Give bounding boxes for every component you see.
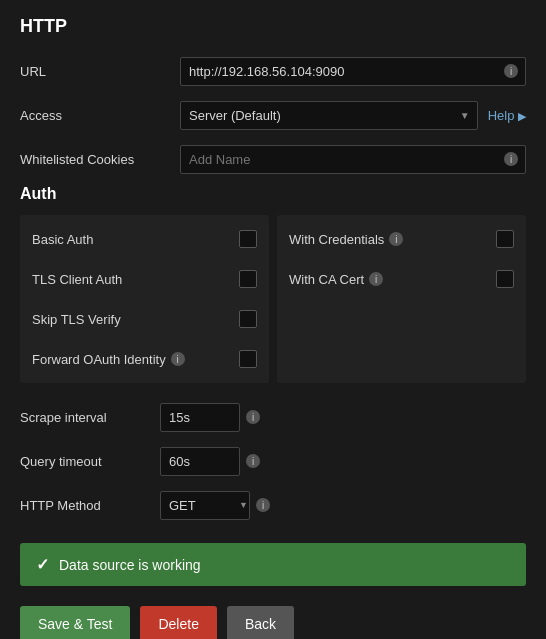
- back-button[interactable]: Back: [227, 606, 294, 639]
- query-timeout-input[interactable]: [160, 447, 240, 476]
- with-credentials-info-icon[interactable]: i: [389, 232, 403, 246]
- scrape-interval-input[interactable]: [160, 403, 240, 432]
- access-select[interactable]: Server (Default): [180, 101, 478, 130]
- forward-oauth-checkbox[interactable]: [239, 350, 257, 368]
- scrape-interval-label: Scrape interval: [20, 410, 160, 425]
- basic-auth-label: Basic Auth: [32, 232, 93, 247]
- http-method-select[interactable]: GET POST: [160, 491, 250, 520]
- basic-auth-row: Basic Auth: [20, 219, 269, 259]
- scrape-interval-info-icon[interactable]: i: [246, 410, 260, 424]
- auth-grid: Basic Auth TLS Client Auth Skip TLS Veri…: [20, 215, 526, 383]
- with-ca-cert-info-icon[interactable]: i: [369, 272, 383, 286]
- skip-tls-verify-checkbox[interactable]: [239, 310, 257, 328]
- http-method-input-wrap: GET POST ▼ i: [160, 491, 270, 520]
- forward-oauth-info-icon[interactable]: i: [171, 352, 185, 366]
- url-control: i: [180, 57, 526, 86]
- status-check-icon: ✓: [36, 555, 49, 574]
- with-credentials-label: With Credentials i: [289, 232, 403, 247]
- url-input-wrapper: i: [180, 57, 526, 86]
- auth-left-col: Basic Auth TLS Client Auth Skip TLS Veri…: [20, 215, 269, 383]
- auth-right-col: With Credentials i With CA Cert i: [277, 215, 526, 383]
- whitelisted-cookies-label: Whitelisted Cookies: [20, 152, 180, 167]
- help-arrow-icon: ▶: [518, 110, 526, 122]
- auth-title: Auth: [20, 185, 526, 203]
- forward-oauth-label: Forward OAuth Identity i: [32, 352, 185, 367]
- query-timeout-info-icon[interactable]: i: [246, 454, 260, 468]
- bottom-buttons: Save & Test Delete Back: [20, 606, 526, 639]
- skip-tls-verify-row: Skip TLS Verify: [20, 299, 269, 339]
- delete-button[interactable]: Delete: [140, 606, 216, 639]
- with-ca-cert-checkbox[interactable]: [496, 270, 514, 288]
- whitelisted-cookies-wrapper: i: [180, 145, 526, 174]
- tls-client-auth-checkbox[interactable]: [239, 270, 257, 288]
- url-row: URL i: [20, 53, 526, 89]
- metrics-section: Scrape interval i Query timeout i HTTP M…: [20, 399, 526, 523]
- whitelisted-cookies-control: i: [180, 145, 526, 174]
- http-method-label: HTTP Method: [20, 498, 160, 513]
- status-text: Data source is working: [59, 557, 201, 573]
- forward-oauth-row: Forward OAuth Identity i: [20, 339, 269, 379]
- tls-client-auth-row: TLS Client Auth: [20, 259, 269, 299]
- whitelisted-cookies-info-icon[interactable]: i: [504, 152, 518, 166]
- basic-auth-checkbox[interactable]: [239, 230, 257, 248]
- with-credentials-row: With Credentials i: [277, 219, 526, 259]
- scrape-interval-input-wrap: i: [160, 403, 260, 432]
- http-method-info-icon[interactable]: i: [256, 498, 270, 512]
- whitelisted-cookies-input[interactable]: [180, 145, 526, 174]
- access-select-wrapper: Server (Default) ▼: [180, 101, 478, 130]
- status-bar: ✓ Data source is working: [20, 543, 526, 586]
- with-ca-cert-row: With CA Cert i: [277, 259, 526, 299]
- query-timeout-input-wrap: i: [160, 447, 260, 476]
- url-label: URL: [20, 64, 180, 79]
- access-control: Server (Default) ▼ Help ▶: [180, 101, 526, 130]
- query-timeout-label: Query timeout: [20, 454, 160, 469]
- skip-tls-verify-label: Skip TLS Verify: [32, 312, 121, 327]
- page-title: HTTP: [20, 16, 526, 37]
- tls-client-auth-label: TLS Client Auth: [32, 272, 122, 287]
- help-link[interactable]: Help ▶: [488, 108, 526, 123]
- access-row: Access Server (Default) ▼ Help ▶: [20, 97, 526, 133]
- http-method-row: HTTP Method GET POST ▼ i: [20, 487, 526, 523]
- url-info-icon[interactable]: i: [504, 64, 518, 78]
- with-credentials-checkbox[interactable]: [496, 230, 514, 248]
- save-test-button[interactable]: Save & Test: [20, 606, 130, 639]
- access-label: Access: [20, 108, 180, 123]
- whitelisted-cookies-row: Whitelisted Cookies i: [20, 141, 526, 177]
- query-timeout-row: Query timeout i: [20, 443, 526, 479]
- with-ca-cert-label: With CA Cert i: [289, 272, 383, 287]
- scrape-interval-row: Scrape interval i: [20, 399, 526, 435]
- url-input[interactable]: [180, 57, 526, 86]
- auth-section: Auth Basic Auth TLS Client Auth Skip TLS…: [20, 185, 526, 383]
